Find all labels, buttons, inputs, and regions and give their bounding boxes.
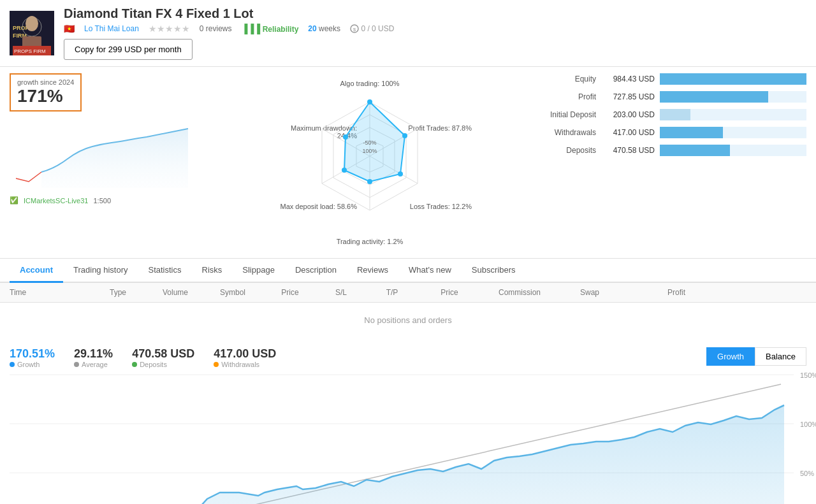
col-profit: Profit — [622, 288, 685, 297]
growth-dot — [10, 362, 15, 367]
radar-area: Algo trading: 100% Maximum drawdown: 24.… — [214, 73, 526, 252]
col-sl: S/L — [316, 288, 367, 297]
initial-deposit-fill — [660, 109, 690, 120]
withdrawals-value: 417.00 USD — [602, 128, 660, 137]
svg-point-26 — [343, 134, 348, 140]
tab-slippage[interactable]: Slippage — [232, 259, 285, 283]
growth-chart-svg: 150% 100% 50% 0% — [10, 375, 794, 504]
growth-toggle: Growth Balance — [706, 347, 806, 366]
col-commission: Commission — [481, 288, 558, 297]
svg-point-25 — [342, 168, 347, 173]
product-title: Diamond Titan FX 4 Fixed 1 Lot — [64, 6, 806, 21]
mini-chart-svg — [10, 115, 201, 191]
growth-chart: 150% 100% 50% 0% — [10, 375, 806, 504]
growth-pct-label: Growth — [10, 361, 55, 368]
growth-badge: growth since 2024 171% — [10, 73, 82, 112]
withdrawals-track — [660, 127, 806, 138]
col-time: Time — [10, 288, 86, 297]
svg-text:$: $ — [353, 27, 356, 32]
tab-account[interactable]: Account — [10, 259, 63, 283]
header-meta: 🇻🇳 Lo Thi Mai Loan ★★★★★ 0 reviews ▐▐▐ R… — [64, 24, 806, 34]
tabs: Account Trading history Statistics Risks… — [0, 259, 816, 283]
growth-value: 171% — [17, 86, 74, 106]
tab-reviews[interactable]: Reviews — [347, 259, 398, 283]
avg-label: Average — [74, 361, 113, 368]
profit-value: 727.85 USD — [602, 92, 660, 101]
tab-statistics[interactable]: Statistics — [138, 259, 192, 283]
tab-description[interactable]: Description — [285, 259, 347, 283]
deposits-label: Deposits — [539, 146, 602, 155]
growth-stat-wit: 417.00 USD Withdrawals — [214, 347, 276, 368]
svg-point-22 — [402, 133, 407, 138]
verified-icon: ✅ — [10, 196, 18, 205]
growth-stat-pct: 170.51% Growth — [10, 347, 55, 368]
wit-value: 417.00 USD — [214, 347, 276, 361]
stats-area: growth since 2024 171% ✅ ICMarketsSC-Liv… — [0, 67, 816, 259]
svg-text:-50%: -50% — [363, 140, 376, 146]
flag-icon: 🇻🇳 — [64, 24, 75, 34]
svg-point-4 — [26, 16, 38, 31]
mini-chart: growth since 2024 171% ✅ ICMarketsSC-Liv… — [10, 73, 201, 252]
weeks-badge: 20 weeks — [308, 24, 340, 33]
broker-name: ICMarketsSC-Live31 — [24, 197, 88, 205]
dep-label: Deposits — [132, 361, 194, 368]
withdrawals-fill — [660, 127, 723, 138]
col-volume: Volume — [150, 288, 201, 297]
svg-point-24 — [367, 179, 372, 184]
growth-section: 170.51% Growth 29.11% Average 470.58 USD… — [0, 338, 816, 504]
dep-value: 470.58 USD — [132, 347, 194, 361]
table-header: Time Type Volume Symbol Price S/L T/P Pr… — [0, 283, 816, 303]
initial-deposit-row: Initial Deposit 203.00 USD — [539, 109, 806, 120]
tab-subscribers[interactable]: Subscribers — [462, 259, 526, 283]
svg-text:150%: 150% — [800, 371, 816, 379]
col-type: Type — [86, 288, 150, 297]
profit-row: Profit 727.85 USD — [539, 91, 806, 103]
profit-label: Profit — [539, 92, 602, 101]
tab-trading-history[interactable]: Trading history — [63, 259, 138, 283]
reviews-count: 0 reviews — [200, 24, 232, 33]
reliability-bars: ▐▐▐ Reliability — [242, 24, 299, 34]
equity-label: Equity — [539, 75, 602, 83]
growth-top: 170.51% Growth 29.11% Average 470.58 USD… — [10, 347, 806, 368]
initial-deposit-track — [660, 109, 806, 120]
svg-point-21 — [367, 99, 372, 104]
svg-point-23 — [398, 171, 403, 176]
leverage: 1:500 — [93, 197, 111, 205]
copy-button[interactable]: Copy for 299 USD per month — [64, 39, 193, 60]
profit-track — [660, 91, 806, 103]
product-info: Diamond Titan FX 4 Fixed 1 Lot 🇻🇳 Lo Thi… — [64, 6, 806, 60]
tab-risks[interactable]: Risks — [192, 259, 233, 283]
deposits-fill — [660, 145, 730, 156]
equity-value: 984.43 USD — [602, 75, 660, 83]
stars-icon: ★★★★★ — [149, 24, 190, 34]
avg-dot — [74, 362, 79, 367]
wit-label: Withdrawals — [214, 361, 276, 368]
deposits-row: Deposits 470.58 USD — [539, 145, 806, 156]
growth-stat-dep: 470.58 USD Deposits — [132, 347, 194, 368]
svg-text:100%: 100% — [800, 421, 816, 428]
col-price: Price — [265, 288, 316, 297]
col-price2: Price — [418, 288, 481, 297]
growth-toggle-btn[interactable]: Growth — [706, 347, 755, 366]
withdrawals-label: Withdrawals — [539, 128, 602, 137]
col-swap: Swap — [558, 288, 622, 297]
equity-row: Equity 984.43 USD — [539, 73, 806, 85]
balance-toggle-btn[interactable]: Balance — [755, 347, 806, 366]
col-tp: T/P — [367, 288, 418, 297]
usd-info: $ 0 / 0 USD — [350, 24, 394, 34]
growth-since-label: growth since 2024 — [17, 78, 74, 86]
equity-track — [660, 73, 806, 85]
tab-whats-new[interactable]: What's new — [398, 259, 462, 283]
radar-svg: 100% -50% — [312, 99, 427, 213]
author-name: Lo Thi Mai Loan — [84, 24, 139, 33]
product-avatar: PROPS FIRM PROPS FIRM — [10, 11, 54, 55]
svg-text:50%: 50% — [800, 470, 814, 477]
withdrawals-row: Withdrawals 417.00 USD — [539, 127, 806, 138]
bar-stats: Equity 984.43 USD Profit 727.85 USD Init… — [539, 73, 806, 252]
deposits-value: 470.58 USD — [602, 146, 660, 155]
page-header: PROPS FIRM PROPS FIRM Diamond Titan FX 4… — [0, 0, 816, 67]
profit-fill — [660, 91, 768, 103]
no-data-message: No positions and orders — [0, 303, 816, 338]
col-symbol: Symbol — [201, 288, 265, 297]
growth-stat-avg: 29.11% Average — [74, 347, 113, 368]
